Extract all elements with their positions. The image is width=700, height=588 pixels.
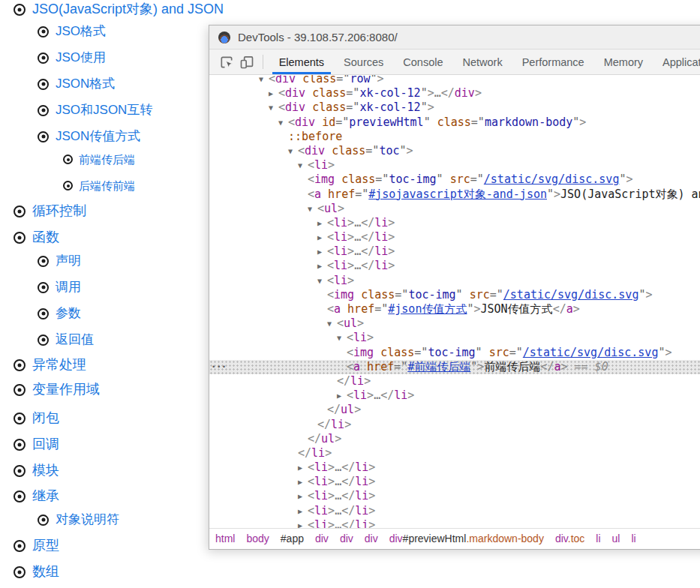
dom-tree-row[interactable]: <img class="toc-img" src="/static/svg/di…	[209, 288, 700, 302]
toc-link[interactable]: 前端传后端	[79, 152, 135, 167]
devtools-titlebar[interactable]: DevTools - 39.108.57.206:8080/	[209, 26, 700, 50]
dom-tree-row[interactable]: ▶<li>…</li>	[209, 259, 700, 273]
dom-tree-row-selected[interactable]: •••<a href="#前端传后端">前端传后端</a> == $0	[209, 360, 700, 374]
dom-tree-row[interactable]: ▼<li>	[209, 274, 700, 288]
dom-tree-row[interactable]: ▼<li>	[209, 158, 700, 172]
toc-link[interactable]: 异常处理	[32, 356, 86, 374]
toc-item[interactable]: JSO格式	[38, 22, 106, 40]
tab-network[interactable]: Network	[452, 50, 512, 74]
dom-tree-row[interactable]: ▼<div id="previewHtml" class="markdown-b…	[209, 116, 700, 130]
expand-arrow-icon[interactable]: ▶	[317, 259, 327, 273]
toc-item[interactable]: 循环控制	[14, 202, 86, 220]
toc-item[interactable]: 声明	[38, 252, 81, 270]
toc-link[interactable]: 回调	[32, 435, 59, 454]
breadcrumb-item[interactable]: ul	[612, 532, 620, 544]
toc-item[interactable]: JSON传值方式	[38, 128, 140, 146]
dom-tree-row[interactable]: ▼<div class="toc">	[209, 144, 700, 158]
dom-tree-row[interactable]: ▶<li>…</li>	[209, 388, 700, 403]
dom-tree-row[interactable]: ▶<div class="xk-col-12">…</div>	[209, 86, 700, 100]
collapse-arrow-icon[interactable]: ▼	[298, 158, 308, 172]
dom-tree-row[interactable]: </li>	[209, 418, 700, 432]
toc-link[interactable]: 模块	[32, 461, 59, 480]
toc-item[interactable]: 对象说明符	[38, 511, 119, 529]
breadcrumb-item[interactable]: li	[596, 532, 600, 544]
dom-tree-row[interactable]: ▶<li>…</li>	[209, 460, 700, 475]
breadcrumb-item[interactable]: div	[340, 532, 353, 544]
dom-tree-row[interactable]: </li>	[209, 446, 700, 460]
tab-performance[interactable]: Performance	[512, 50, 594, 74]
dom-tree-row[interactable]: ▼<ul>	[209, 316, 700, 331]
dom-tree-row[interactable]: </li>	[209, 374, 700, 388]
toc-item[interactable]: 参数	[38, 304, 81, 322]
toc-link[interactable]: 后端传前端	[79, 178, 135, 194]
toc-item[interactable]: 变量作用域	[14, 380, 100, 399]
breadcrumb-item[interactable]: div	[365, 532, 378, 544]
toc-item[interactable]: 数组	[14, 562, 59, 581]
breadcrumb-item[interactable]: #app	[281, 532, 304, 544]
expand-arrow-icon[interactable]: ▶	[298, 489, 308, 503]
toc-item[interactable]: 后端传前端	[63, 178, 135, 194]
toc-link[interactable]: JSO(JavaScript对象) and JSON	[32, 0, 224, 19]
dom-tree-row[interactable]: ▼<ul>	[209, 202, 700, 216]
dom-tree-row[interactable]: ▼<div class="row">	[209, 75, 700, 86]
toc-link[interactable]: 调用	[56, 278, 81, 296]
expand-arrow-icon[interactable]: ▶	[317, 244, 327, 259]
tab-application[interactable]: Application	[653, 50, 700, 74]
collapse-arrow-icon[interactable]: ▼	[317, 274, 327, 288]
toc-item[interactable]: 原型	[14, 536, 59, 555]
collapse-arrow-icon[interactable]: ▼	[288, 144, 298, 158]
tab-sources[interactable]: Sources	[334, 50, 393, 74]
toc-item[interactable]: 函数	[14, 228, 59, 247]
toc-item[interactable]: JSON格式	[38, 75, 115, 93]
dom-tree-row[interactable]: ▶<li>…</li>	[209, 504, 700, 518]
breadcrumb-item[interactable]: div	[315, 532, 329, 544]
toc-link[interactable]: 函数	[32, 228, 59, 247]
more-actions-icon[interactable]: •••	[212, 360, 227, 374]
dom-tree-row[interactable]: ▶<li>…</li>	[209, 244, 700, 259]
expand-arrow-icon[interactable]: ▶	[269, 86, 278, 100]
dom-tree-row[interactable]: ▶<li>…</li>	[209, 518, 700, 528]
toc-item[interactable]: 模块	[14, 461, 59, 480]
breadcrumb-item[interactable]: li	[631, 532, 635, 544]
inspect-element-button[interactable]	[217, 50, 236, 74]
toc-item[interactable]: 返回值	[38, 331, 94, 349]
toc-link[interactable]: 声明	[56, 252, 81, 270]
breadcrumb-item[interactable]: div.toc	[555, 532, 584, 544]
dom-tree-row[interactable]: <img class="toc-img" src="/static/svg/di…	[209, 346, 700, 360]
expand-arrow-icon[interactable]: ▶	[317, 216, 327, 230]
toc-link[interactable]: JSO格式	[56, 22, 106, 40]
toc-link[interactable]: 返回值	[56, 331, 94, 349]
dom-tree-row[interactable]: ▶<li>…</li>	[209, 489, 700, 503]
dom-tree-row[interactable]: ▶<li>…</li>	[209, 230, 700, 244]
toc-link[interactable]: 继承	[32, 487, 59, 506]
dom-tree-row[interactable]: </ul>	[209, 403, 700, 417]
collapse-arrow-icon[interactable]: ▼	[278, 116, 288, 130]
expand-arrow-icon[interactable]: ▶	[298, 475, 308, 489]
toc-link[interactable]: JSON格式	[56, 75, 115, 93]
toc-item[interactable]: JSO使用	[38, 49, 106, 67]
toc-link[interactable]: JSO使用	[56, 49, 106, 67]
toc-link[interactable]: 参数	[56, 304, 81, 322]
dom-tree-row[interactable]: <a href="#json传值方式">JSON传值方式</a>	[209, 302, 700, 316]
tab-console[interactable]: Console	[393, 50, 452, 74]
toc-item[interactable]: 前端传后端	[63, 152, 135, 167]
dom-tree-row[interactable]: ::before	[209, 130, 700, 144]
expand-arrow-icon[interactable]: ▶	[298, 504, 308, 518]
toc-item[interactable]: 回调	[14, 435, 59, 454]
toc-link[interactable]: 数组	[32, 562, 59, 581]
tab-elements[interactable]: Elements	[269, 50, 334, 74]
breadcrumb-item[interactable]: div#previewHtml.markdown-body	[389, 532, 544, 544]
toc-item[interactable]: 异常处理	[14, 356, 86, 374]
breadcrumb-item[interactable]: body	[246, 532, 269, 544]
dom-tree-row[interactable]: ▼<div class="xk-col-12">	[209, 100, 700, 115]
toc-item[interactable]: 调用	[38, 278, 81, 296]
breadcrumb-item[interactable]: html	[215, 532, 235, 544]
tab-memory[interactable]: Memory	[594, 50, 653, 74]
toc-link[interactable]: 变量作用域	[32, 380, 100, 399]
toc-item[interactable]: 继承	[14, 487, 59, 506]
collapse-arrow-icon[interactable]: ▼	[269, 100, 278, 115]
dom-tree-row[interactable]: ▶<li>…</li>	[209, 216, 700, 230]
dom-tree-row[interactable]: ▼<li>	[209, 331, 700, 345]
toc-item[interactable]: JSO和JSON互转	[38, 101, 152, 119]
expand-arrow-icon[interactable]: ▶	[317, 230, 327, 244]
